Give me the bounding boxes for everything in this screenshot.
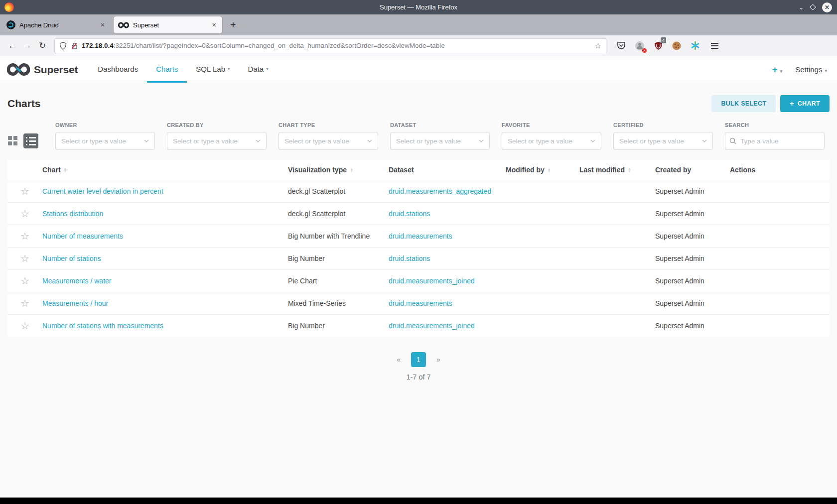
sort-icon[interactable]: ▲▼ (64, 167, 67, 172)
tab-close-icon[interactable]: × (211, 21, 218, 29)
new-item-menu[interactable]: +▾ (772, 64, 783, 75)
chart-name-link[interactable]: Measurements / hour (42, 299, 288, 307)
created-by-cell: Superset Admin (655, 277, 730, 285)
filter-chart-type: CHART TYPE Select or type a value (279, 122, 378, 150)
chart-name-link[interactable]: Measurements / water (42, 277, 288, 285)
bulk-select-button[interactable]: BULK SELECT (711, 95, 776, 112)
superset-logo[interactable]: Superset (7, 56, 78, 83)
url-bar[interactable]: 172.18.0.4:32251/chart/list/?pageIndex=0… (54, 38, 606, 53)
tracking-shield-icon[interactable] (59, 42, 67, 50)
new-tab-button[interactable]: + (225, 19, 241, 31)
nav-item-data[interactable]: Data▾ (239, 56, 278, 83)
reload-icon[interactable]: ↻ (35, 39, 50, 53)
chart-name-link[interactable]: Current water level deviation in percent (42, 187, 288, 195)
nav-item-sql-lab[interactable]: SQL Lab▾ (187, 56, 239, 83)
chevron-down-icon (702, 139, 707, 142)
dataset-link[interactable]: druid.measurements_joined (389, 322, 506, 330)
cookie-icon[interactable] (671, 40, 683, 52)
search-input[interactable] (725, 132, 825, 150)
table-row: ☆ Number of stations Big Number druid.st… (7, 247, 830, 269)
column-header-chart[interactable]: Chart▲▼ (42, 166, 288, 174)
new-chart-button[interactable]: +CHART (780, 95, 830, 112)
insecure-lock-icon[interactable] (71, 42, 78, 50)
nav-item-dashboards[interactable]: Dashboards (89, 56, 147, 83)
browser-toolbar: ← → ↻ 172.18.0.4:32251/chart/list/?pageI… (0, 35, 837, 56)
window-minimize-icon[interactable]: ⌄ (799, 4, 804, 11)
pagination-page-1[interactable]: 1 (411, 352, 426, 367)
dataset-link[interactable]: druid.stations (389, 254, 506, 262)
extension-disabled-icon[interactable]: ✕ (634, 40, 646, 52)
filter-select[interactable]: Select or type a value (390, 132, 490, 150)
nav-item-charts[interactable]: Charts (147, 56, 187, 83)
window-close-icon[interactable]: ✕ (822, 2, 832, 12)
window-title: Superset — Mozilla Firefox (0, 3, 837, 11)
dataset-link[interactable]: druid.measurements_joined (389, 277, 506, 285)
bookmark-star-icon[interactable]: ☆ (595, 41, 601, 50)
forward-icon[interactable]: → (20, 39, 35, 53)
select-placeholder: Select or type a value (508, 137, 590, 145)
created-by-cell: Superset Admin (655, 299, 730, 307)
table-row: ☆ Number of measurements Big Number with… (7, 225, 830, 247)
sort-icon[interactable]: ▲▼ (350, 167, 353, 172)
browser-tab-bar: Apache Druid × Superset × + (0, 14, 837, 35)
nav-item-label: Charts (156, 65, 178, 73)
filter-owner: OWNER Select or type a value (55, 122, 155, 150)
favorite-star-icon[interactable]: ☆ (20, 253, 29, 263)
tab-close-icon[interactable]: × (99, 21, 106, 29)
chart-name-link[interactable]: Number of stations (42, 254, 288, 262)
visualization-type-cell: Big Number (288, 254, 389, 262)
chart-name-link[interactable]: Number of stations with measurements (42, 322, 288, 330)
chevron-down-icon (256, 139, 261, 142)
select-placeholder: Select or type a value (619, 137, 702, 145)
pocket-icon[interactable] (615, 40, 627, 52)
window-maximize-icon[interactable] (811, 5, 815, 9)
filter-select[interactable]: Select or type a value (279, 132, 378, 150)
favorite-star-icon[interactable]: ☆ (20, 209, 29, 219)
menu-icon[interactable] (709, 41, 720, 51)
column-header-modified-by[interactable]: Modified by▲▼ (506, 166, 579, 174)
back-icon[interactable]: ← (5, 39, 20, 53)
blocker-count-badge: 4 (661, 37, 666, 43)
column-header-visualization-type[interactable]: Visualization type▲▼ (288, 166, 389, 174)
pagination-prev-icon[interactable]: « (397, 356, 401, 364)
pagination-next-icon[interactable]: » (436, 356, 440, 364)
favorite-star-icon[interactable]: ☆ (20, 298, 29, 308)
new-chart-label: CHART (798, 100, 820, 107)
sort-icon[interactable]: ▲▼ (548, 167, 551, 172)
sort-icon[interactable]: ▲▼ (628, 167, 631, 172)
pagination-summary: 1-7 of 7 (0, 373, 837, 381)
chevron-down-icon (590, 139, 595, 142)
nav-item-label: SQL Lab (196, 65, 225, 73)
favorite-star-icon[interactable]: ☆ (20, 231, 29, 241)
filter-select[interactable]: Select or type a value (167, 132, 267, 150)
tab-apache-druid[interactable]: Apache Druid × (2, 16, 111, 33)
favorite-star-icon[interactable]: ☆ (20, 186, 29, 196)
settings-menu[interactable]: Settings▾ (795, 65, 827, 74)
filter-select[interactable]: Select or type a value (502, 132, 601, 150)
asterisk-extension-icon[interactable] (689, 40, 701, 52)
filter-select[interactable]: Select or type a value (55, 132, 155, 150)
favorite-star-icon[interactable]: ☆ (20, 276, 29, 286)
table-header-row: Chart▲▼ Visualization type▲▼ Dataset Mod… (7, 160, 830, 180)
column-header-last-modified[interactable]: Last modified▲▼ (579, 166, 655, 174)
superset-navbar: Superset Dashboards Charts SQL Lab▾ Data… (0, 56, 837, 83)
column-header-created-by: Created by (655, 166, 730, 174)
blocker-shield-icon[interactable]: 4 (652, 40, 664, 52)
card-view-toggle-icon[interactable] (7, 135, 18, 146)
dataset-link[interactable]: druid.measurements (389, 232, 506, 240)
page-title: Charts (7, 98, 41, 110)
favorite-star-icon[interactable]: ☆ (20, 321, 29, 331)
tab-superset[interactable]: Superset × (114, 16, 222, 33)
filter-label: OWNER (55, 122, 155, 128)
filter-search: SEARCH (725, 122, 825, 150)
dataset-link[interactable]: druid.measurements_aggregated (389, 187, 506, 195)
dataset-link[interactable]: druid.stations (389, 210, 506, 218)
chart-name-link[interactable]: Number of measurements (42, 232, 288, 240)
filter-label: CREATED BY (167, 122, 267, 128)
table-view-toggle-icon[interactable] (23, 133, 38, 148)
visualization-type-cell: Big Number (288, 322, 389, 330)
brand-name: Superset (34, 64, 78, 76)
filter-select[interactable]: Select or type a value (613, 132, 713, 150)
dataset-link[interactable]: druid.measurements (389, 299, 506, 307)
chart-name-link[interactable]: Stations distribution (42, 210, 288, 218)
